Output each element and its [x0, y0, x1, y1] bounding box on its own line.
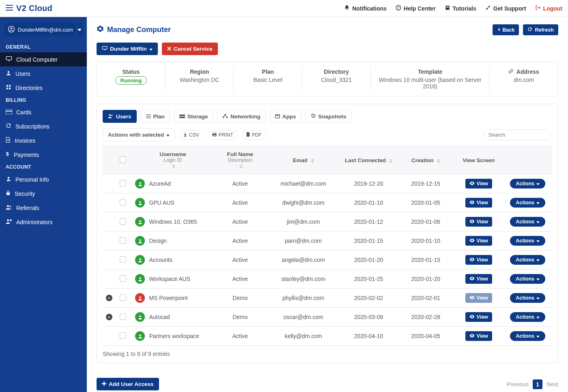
cell-checkbox[interactable] [114, 289, 132, 308]
back-button[interactable]: Back [493, 24, 519, 35]
tab-apps[interactable]: Apps [270, 110, 301, 123]
username-text: GPU AUS [149, 199, 174, 206]
print-icon [212, 132, 217, 138]
print-chip[interactable]: PRINT [208, 130, 238, 140]
add-user-access-button[interactable]: Add User Access [97, 378, 159, 390]
tutorials-link[interactable]: Tutorials [445, 5, 476, 12]
account-selector[interactable]: DunderMifflin@dm.com [4, 23, 83, 37]
row-actions-dropdown[interactable]: Actions [510, 274, 545, 284]
sidebar-item-label: Payments [14, 152, 39, 158]
cell-status: Active [213, 270, 267, 289]
sidebar-item-cards[interactable]: Cards [0, 105, 87, 119]
row-actions-dropdown[interactable]: Actions [510, 179, 545, 189]
help-center-link[interactable]: ? Help Center [396, 5, 436, 12]
sidebar-item-referrals[interactable]: Referrals [0, 201, 87, 215]
sidebar-item-directories[interactable]: Directories [0, 81, 87, 95]
row-actions-dropdown[interactable]: Actions [510, 198, 545, 208]
tab-storage[interactable]: Storage [174, 110, 213, 123]
sidebar-item-personal-info[interactable]: Personal Info [0, 172, 87, 186]
row-actions-dropdown[interactable]: Actions [510, 255, 545, 265]
computer-dropdown[interactable]: Dunder Mifflin [97, 43, 158, 55]
pagination-current[interactable]: 1 [533, 379, 542, 389]
actions-label: Actions [516, 276, 534, 282]
cell-expand[interactable]: + [103, 289, 114, 308]
row-actions-dropdown[interactable]: Actions [510, 312, 545, 322]
pagination-prev[interactable]: Previous [507, 381, 529, 388]
help-icon: ? [396, 5, 401, 12]
th-email[interactable]: Email [267, 146, 340, 174]
cell-email: pam@dm.com [267, 231, 340, 251]
view-screen-button[interactable]: View [465, 179, 492, 189]
export-pdf-chip[interactable]: PDF [242, 130, 266, 140]
gear-icon [97, 25, 104, 34]
view-screen-button[interactable]: View [465, 236, 492, 246]
cell-view: View [454, 327, 503, 346]
sidebar-item-security[interactable]: Security [0, 186, 87, 201]
tab-snapshots[interactable]: Snapshots [306, 110, 352, 123]
hamburger-icon[interactable] [6, 5, 13, 12]
pagination-next[interactable]: Next [546, 381, 558, 388]
actions-with-selected-dropdown[interactable]: Actions with selected [103, 129, 175, 141]
svg-point-47 [139, 239, 141, 241]
table-row: Workspace AUS Active stanley@dm.com 2020… [103, 270, 552, 289]
cell-view: View [454, 289, 503, 308]
th-checkbox[interactable] [114, 146, 132, 174]
view-screen-button[interactable]: View [465, 293, 492, 303]
svg-rect-34 [146, 118, 151, 118]
info-region: Region Washington DC [165, 66, 234, 92]
notifications-link[interactable]: Notifications [344, 5, 387, 12]
view-screen-button[interactable]: View [465, 217, 492, 227]
sidebar-item-administrators[interactable]: Administrators [0, 215, 87, 229]
row-actions-dropdown[interactable]: Actions [510, 293, 545, 303]
eye-icon [469, 219, 475, 225]
sidebar-item-users[interactable]: Users [0, 66, 87, 81]
actions-label: Actions [516, 333, 534, 339]
row-actions-dropdown[interactable]: Actions [510, 217, 545, 227]
cell-checkbox[interactable] [114, 231, 132, 251]
chevron-down-icon [536, 200, 540, 206]
cell-expand[interactable]: + [103, 308, 114, 327]
view-screen-button[interactable]: View [465, 331, 492, 341]
cell-last-connected: 2020-01-12 [340, 212, 397, 231]
bell-icon [344, 5, 350, 12]
cell-checkbox[interactable] [114, 270, 132, 289]
cell-creation: 2019-12-15 [397, 174, 454, 193]
row-actions-dropdown[interactable]: Actions [510, 236, 545, 246]
row-checkbox [120, 294, 126, 301]
cell-expand [103, 251, 114, 270]
view-screen-button[interactable]: View [465, 274, 492, 284]
refresh-button[interactable]: Refresh [523, 24, 558, 35]
sidebar-item-cloud-computer[interactable]: Cloud Computer [0, 52, 87, 66]
cell-checkbox[interactable] [114, 174, 132, 193]
search-input[interactable] [483, 129, 552, 140]
th-fullname[interactable]: Full Name Description [213, 146, 267, 174]
row-actions-dropdown[interactable]: Actions [510, 331, 545, 341]
sort-icon [389, 159, 392, 163]
th-last-connected[interactable]: Last Connected [340, 146, 397, 174]
cancel-service-button[interactable]: Cancel Service [162, 43, 218, 55]
view-screen-button[interactable]: View [465, 312, 492, 322]
sidebar-item-invoices[interactable]: Invoices [0, 133, 87, 148]
tab-plan[interactable]: Plan [141, 110, 170, 123]
view-screen-button[interactable]: View [465, 198, 492, 208]
view-screen-button[interactable]: View [465, 255, 492, 265]
table-body: AzureAd Active michael@dm.com 2019-12-20… [103, 174, 552, 346]
export-csv-chip[interactable]: CSV [179, 130, 204, 140]
cell-checkbox[interactable] [114, 327, 132, 346]
logout-link[interactable]: Logout [535, 5, 562, 12]
tab-users[interactable]: Users [103, 110, 137, 123]
cell-checkbox[interactable] [114, 193, 132, 212]
th-creation[interactable]: Creation [397, 146, 454, 174]
sidebar-item-payments[interactable]: $ Payments [0, 148, 87, 162]
get-support-link[interactable]: Get Support [485, 5, 526, 12]
sidebar-item-subscriptions[interactable]: Subscriptions [0, 119, 87, 133]
cell-checkbox[interactable] [114, 251, 132, 270]
info-directory: Directory Cloud_3321 [302, 66, 370, 92]
th-username[interactable]: Username Login ID [132, 146, 213, 174]
table-toolbar: Actions with selected CSV PRINT PDF [103, 129, 552, 141]
row-checkbox [120, 275, 126, 282]
tab-networking[interactable]: Networking [217, 110, 266, 123]
cell-checkbox[interactable] [114, 212, 132, 231]
cell-checkbox[interactable] [114, 308, 132, 327]
tools-icon [485, 5, 491, 12]
